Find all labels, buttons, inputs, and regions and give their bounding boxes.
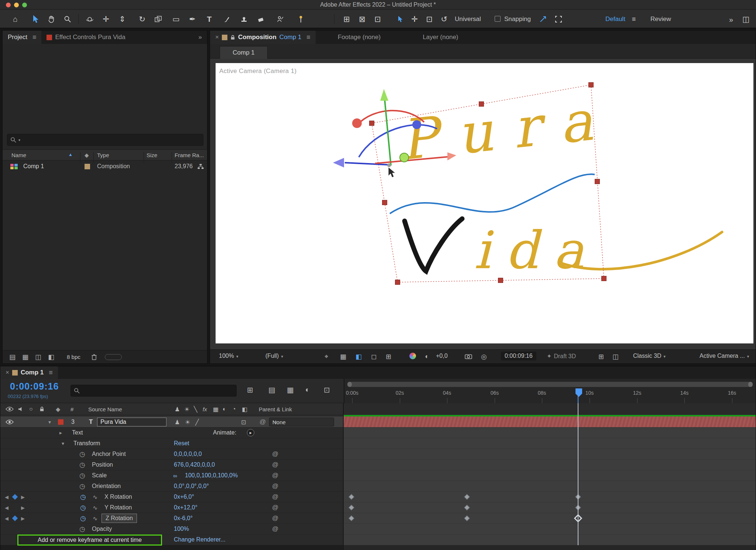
draft-3d-icon[interactable]: ▤ [268,385,275,394]
property-name-selected[interactable]: Z Rotation [102,514,137,523]
stopwatch-icon[interactable]: ◷ [79,525,85,533]
group-name[interactable]: Transform [73,440,100,447]
layer-expand-chevron-icon[interactable]: ▾ [48,419,51,425]
adjustment-layer-icon[interactable]: ◔ [232,406,236,412]
panel-menu-icon[interactable]: ≡ [32,34,37,41]
new-folder-icon[interactable]: ◫ [35,353,41,361]
tab-effect-controls[interactable]: Effect Controls Pura Vida [41,31,130,44]
property-track[interactable] [344,449,756,460]
pickwhip-icon[interactable]: @ [272,472,278,479]
property-name[interactable]: Anchor Point [92,451,126,457]
color-management-icon[interactable] [409,353,416,359]
hand-tool-icon[interactable] [44,13,58,25]
timeline-search-input[interactable] [71,385,237,397]
snapping-label[interactable]: Snapping [504,15,531,23]
fast-previews-icon[interactable]: ⊞ [598,353,604,361]
stopwatch-icon[interactable]: ◷ [79,482,85,490]
project-tab-overflow-button[interactable]: » [193,31,207,44]
zoom-tool-icon[interactable] [61,13,75,25]
label-column-icon[interactable]: ◆ [56,405,60,412]
property-value[interactable]: 0x+6,0° [174,494,194,500]
view-axis-mode-icon[interactable]: ⊡ [371,13,385,25]
property-name[interactable]: Opacity [92,526,112,532]
previous-keyframe-icon[interactable]: ◀ [5,494,8,500]
pickwhip-icon[interactable]: @ [272,525,278,533]
graph-editor-icon[interactable]: ⊡ [324,385,330,394]
parent-pickwhip-icon[interactable]: @ [260,418,266,426]
renderer-select[interactable]: Classic 3D▾ [633,353,666,359]
layer-quality-icon[interactable]: ╱ [195,418,199,425]
expand-chevron-icon[interactable]: ▸ [59,430,62,436]
composition-mini-flowchart-icon[interactable]: ⊞ [247,385,253,394]
draft-3d-toggle[interactable]: ✦Draft 3D [547,353,576,360]
puppet-pin-tool-icon[interactable] [294,13,308,25]
graph-icon[interactable]: ∿ [93,494,97,501]
motion-blur-icon[interactable]: ◐ [223,406,226,412]
property-track[interactable] [344,460,756,470]
property-name[interactable]: Scale [92,472,107,479]
pan-behind-tool-icon[interactable] [151,13,165,25]
current-time-display[interactable]: 0:00:09:16 [10,381,59,392]
resolution-select[interactable]: (Full)▾ [265,353,283,359]
panel-menu-icon[interactable]: ≡ [49,369,53,377]
close-tab-icon[interactable]: × [6,369,9,376]
toolbar-overflow-button[interactable]: » [729,15,733,24]
stopwatch-icon[interactable]: ◷ [79,471,85,480]
property-value[interactable]: 0,0,0,0,0,0 [174,451,202,457]
list-view-icon[interactable]: ▤ [9,353,16,361]
close-tab-icon[interactable]: × [215,34,219,41]
property-name[interactable]: Position [92,461,113,468]
change-renderer-link[interactable]: Change Renderer... [174,536,226,543]
playhead-line-ruler[interactable] [578,391,578,403]
index-column-header[interactable]: # [71,406,73,412]
project-item-row[interactable]: Comp 1 Composition 23,976 [3,160,207,173]
pickwhip-icon[interactable]: @ [272,461,278,468]
gizmo-rotate-icon[interactable]: ↺ [437,13,451,25]
column-frame-rate[interactable]: Frame Ra... [175,152,204,158]
column-size[interactable]: Size [147,152,157,158]
reset-link[interactable]: Reset [174,440,189,447]
pixel-aspect-icon[interactable]: ⊞ [386,353,391,361]
project-search-input[interactable]: ▾ [7,134,203,146]
property-value[interactable]: 0,0°,0,0°,0,0° [174,483,209,490]
exposure-value[interactable]: +0,0 [436,353,448,359]
graph-icon[interactable]: ∿ [93,515,97,522]
mask-visibility-icon[interactable]: ◧ [355,353,362,361]
preview-time-display[interactable]: 0:00:09:16 [501,352,536,360]
tab-timeline-comp1[interactable]: × Comp 1 ≡ [0,366,58,379]
previous-keyframe-icon[interactable]: ◀ [5,516,8,521]
new-comp-icon[interactable]: ◧ [48,353,54,361]
tab-layer[interactable]: Layer (none) [417,31,463,44]
local-axis-mode-icon[interactable]: ⊞ [340,13,354,25]
property-value[interactable]: 100% [174,526,189,532]
property-value[interactable]: 0x+12,0° [174,504,197,511]
property-name[interactable]: Y Rotation [104,504,132,511]
video-column-icon[interactable] [6,407,14,412]
property-track[interactable] [344,513,756,524]
transparency-grid-icon[interactable]: ▦ [340,353,346,361]
playhead-line[interactable] [578,403,578,545]
property-track[interactable] [344,502,756,513]
view-layout-select[interactable]: Active Camera ...▾ [700,353,749,359]
property-track[interactable] [344,524,756,535]
region-of-interest-icon[interactable]: ◻ [371,353,377,361]
collapse-transformations-icon[interactable]: ☀ [184,405,189,412]
pen-tool-icon[interactable]: ✒ [185,13,199,25]
eraser-tool-icon[interactable] [254,13,268,25]
frame-blending-icon[interactable]: ▦ [287,385,294,394]
project-bit-depth-button[interactable]: 8 bpc [67,354,80,360]
time-ruler[interactable]: 0:00s 02s 04s 06s 08s 10s 12s 14s 16s [344,379,756,403]
lock-icon[interactable] [230,35,235,40]
gizmo-move-icon[interactable]: ✛ [408,13,422,25]
column-label-icon[interactable]: ◆ [85,152,89,159]
layer-collapse-icon[interactable]: ☀ [185,418,190,425]
layer-duration-bar[interactable] [344,416,756,428]
shy-icon[interactable]: ♟ [175,405,180,412]
next-keyframe-icon[interactable]: ▶ [21,505,25,511]
parent-select[interactable]: None▾ [269,418,334,426]
audio-column-icon[interactable] [18,407,24,412]
property-name[interactable]: X Rotation [104,494,132,500]
item-label-chip[interactable] [85,164,90,169]
composition-canvas[interactable]: Active Camera (Camera 1) Pura ida [216,63,753,343]
keyframe[interactable] [464,515,470,521]
